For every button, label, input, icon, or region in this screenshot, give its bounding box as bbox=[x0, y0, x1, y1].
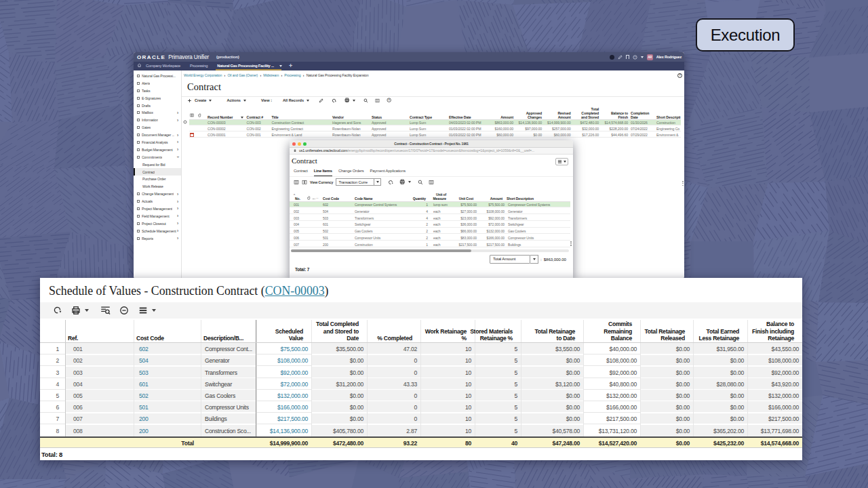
svg-text:?: ? bbox=[634, 56, 635, 58]
svg-text:?: ? bbox=[388, 99, 390, 102]
